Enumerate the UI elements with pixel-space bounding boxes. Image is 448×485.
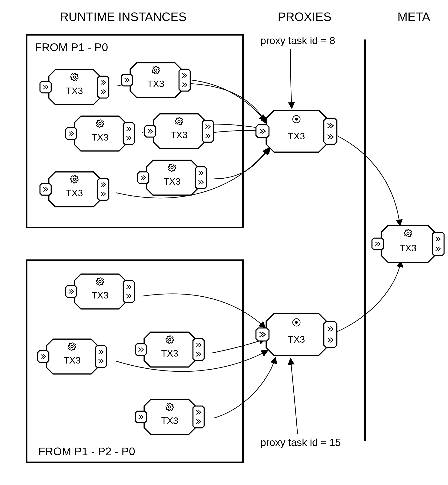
runtime-top-node-3-label: TX3 [91,132,108,142]
column-header-runtime: RUNTIME INSTANCES [60,10,186,23]
runtime-bottom-node-2: TX3 [38,339,106,374]
proxy-top-node-label: TX3 [288,131,305,141]
runtime-bottom-node-3-label: TX3 [161,348,178,358]
edge-rb3-proxy-bot [212,339,265,353]
leader-proxy-bot [291,359,298,434]
runtime-bottom-node-3: TX3 [135,332,204,367]
runtime-top-node-5: TX3 [40,172,109,207]
meta-node-label: TX3 [400,243,416,253]
proxy-top-node: TX3 [256,110,337,152]
proxy-bottom-annotation: proxy task id = 15 [260,437,341,448]
meta-node: TX3 [372,225,444,262]
group-top-label: FROM P1 - P0 [35,41,108,54]
column-header-meta: META [398,10,430,23]
runtime-top-node-6: TX3 [138,160,207,195]
runtime-top-node-2-label: TX3 [147,79,164,89]
runtime-top-node-5-label: TX3 [66,188,83,198]
runtime-top-node-2: TX3 [121,63,190,98]
leader-proxy-top [291,49,292,108]
runtime-bottom-node-4-label: TX3 [161,415,178,426]
group-bottom-label: FROM P1 - P2 - P0 [38,445,135,458]
runtime-bottom-node-2-label: TX3 [64,355,80,365]
column-header-proxies: PROXIES [278,10,331,23]
runtime-top-node-4: TX3 [145,114,213,149]
runtime-top-node-6-label: TX3 [163,176,180,187]
runtime-bottom-node-1-label: TX3 [91,290,108,300]
runtime-top-node-4-label: TX3 [170,130,187,140]
runtime-bottom-node-1: TX3 [65,274,134,309]
proxy-bottom-node: TX3 [256,313,337,355]
proxy-bottom-node-label: TX3 [288,334,305,344]
runtime-top-node-1-label: TX3 [66,86,83,96]
edge-rb1-proxy-bot [142,294,265,328]
runtime-bottom-node-4: TX3 [135,399,204,434]
proxy-top-annotation: proxy task id = 8 [260,35,335,46]
runtime-top-node-3: TX3 [65,116,134,151]
runtime-top-node-1: TX3 [40,70,109,104]
diagram-canvas: RUNTIME INSTANCES PROXIES META FROM P1 -… [0,0,448,485]
